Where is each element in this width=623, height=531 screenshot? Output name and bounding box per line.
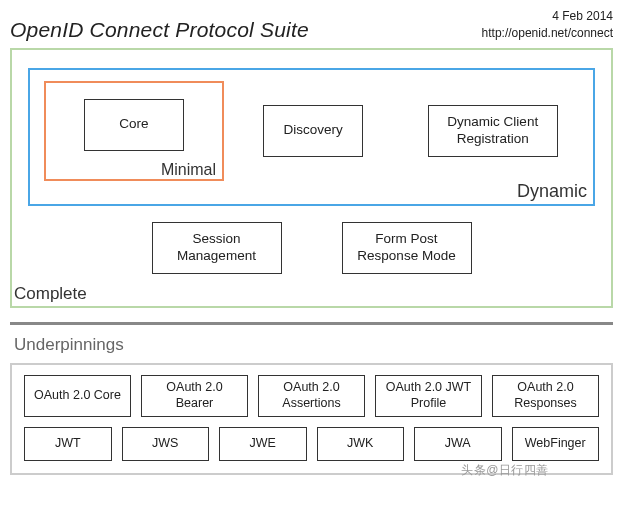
header-date: 4 Feb 2014 — [482, 8, 613, 25]
spec-oauth-assertions: OAuth 2.0 Assertions — [258, 375, 365, 417]
underpinnings-title: Underpinnings — [14, 335, 613, 355]
header-row: OpenID Connect Protocol Suite 4 Feb 2014… — [10, 8, 613, 42]
spec-jwk: JWK — [317, 427, 405, 461]
spec-jws: JWS — [122, 427, 210, 461]
header-url: http://openid.net/connect — [482, 25, 613, 42]
group-minimal-label: Minimal — [161, 161, 216, 179]
spec-webfinger: WebFinger — [512, 427, 600, 461]
complete-extra-row: Session Management Form Post Response Mo… — [28, 222, 595, 274]
section-divider — [10, 322, 613, 325]
spec-oauth-responses: OAuth 2.0 Responses — [492, 375, 599, 417]
group-minimal: Minimal Core — [44, 81, 224, 181]
group-underpinnings: OAuth 2.0 Core OAuth 2.0 Bearer OAuth 2.… — [10, 363, 613, 475]
spec-session-management: Session Management — [152, 222, 282, 274]
spec-jwe: JWE — [219, 427, 307, 461]
spec-form-post-response-mode: Form Post Response Mode — [342, 222, 472, 274]
spec-discovery: Discovery — [263, 105, 363, 157]
spec-oauth-bearer: OAuth 2.0 Bearer — [141, 375, 248, 417]
spec-oauth-jwt-profile: OAuth 2.0 JWT Profile — [375, 375, 482, 417]
spec-jwt: JWT — [24, 427, 112, 461]
group-complete: Complete Dynamic Minimal Core Discovery … — [10, 48, 613, 308]
underpinnings-row-2: JWT JWS JWE JWK JWA WebFinger — [24, 427, 599, 461]
dynamic-items: Discovery Dynamic Client Registration — [242, 105, 579, 157]
spec-dynamic-client-registration: Dynamic Client Registration — [428, 105, 558, 157]
group-dynamic-label: Dynamic — [517, 181, 587, 202]
group-dynamic: Dynamic Minimal Core Discovery Dynamic C… — [28, 68, 595, 206]
page-title: OpenID Connect Protocol Suite — [10, 18, 309, 42]
spec-oauth-core: OAuth 2.0 Core — [24, 375, 131, 417]
group-complete-label: Complete — [14, 284, 87, 304]
spec-jwa: JWA — [414, 427, 502, 461]
underpinnings-row-1: OAuth 2.0 Core OAuth 2.0 Bearer OAuth 2.… — [24, 375, 599, 417]
spec-core: Core — [84, 99, 184, 151]
header-meta: 4 Feb 2014 http://openid.net/connect — [482, 8, 613, 42]
